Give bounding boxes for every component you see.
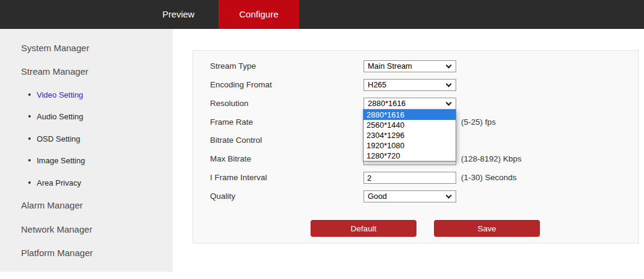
page: Preview Configure System Manager Stream … [0,0,644,279]
tab-preview[interactable]: Preview [138,0,218,29]
dropdown-option-2304x1296[interactable]: 2304*1296 [364,130,456,140]
encoding-format-select[interactable]: H265 [364,79,456,91]
sidebar-item-alarm-manager[interactable]: Alarm Manager [21,199,83,212]
sidebar-item-area-privacy[interactable]: Area Privacy [28,177,81,188]
dropdown-option-2560x1440[interactable]: 2560*1440 [364,120,456,130]
iframe-interval-label: I Frame Interval [210,172,267,184]
topbar: Preview Configure [0,0,644,29]
max-bitrate-hint: (128-8192) Kbps [461,153,522,165]
chevron-down-icon [446,63,452,69]
dropdown-option-1920x1080[interactable]: 1920*1080 [364,140,456,151]
encoding-format-label: Encoding Fromat [210,79,272,91]
quality-label: Quality [210,190,235,202]
frame-rate-label: Frame Rate [210,116,253,128]
frame-rate-hint: (5-25) fps [461,116,496,128]
quality-select[interactable]: Good [364,190,456,202]
sidebar-item-video-setting[interactable]: Video Setting [28,89,83,100]
sidebar-item-system-manager[interactable]: System Manager [21,42,89,54]
chevron-down-icon [446,100,452,106]
sidebar-item-label: OSD Setting [37,134,80,143]
bullet-icon [28,93,31,96]
sidebar-item-stream-manager[interactable]: Stream Manager [21,66,88,78]
form-row-stream-type: Stream Type Main Stream [193,60,638,72]
form-row-encoding-format: Encoding Fromat H265 [193,79,638,91]
sidebar-item-osd-setting[interactable]: OSD Setting [28,133,80,144]
bullet-icon [28,159,31,161]
dropdown-option-1280x720[interactable]: 1280*720 [364,151,456,161]
stream-type-label: Stream Type [210,60,256,72]
form-row-resolution: Resolution 2880*1616 [193,98,638,110]
tab-configure[interactable]: Configure [218,0,299,29]
iframe-interval-input[interactable] [364,172,456,184]
resolution-select[interactable]: 2880*1616 [364,98,456,110]
sidebar-item-platform-manager[interactable]: Platform Manager [21,247,93,259]
sidebar-item-label: Image Setting [37,156,85,165]
chevron-down-icon [446,193,452,199]
select-value: Good [368,191,387,202]
select-value: Main Stream [368,61,412,72]
sidebar-item-label: Audio Setting [37,112,83,121]
bitrate-control-label: Bitrate Control [210,134,262,146]
max-bitrate-label: Max Bitrate [210,153,251,165]
resolution-dropdown-list: 2880*1616 2560*1440 2304*1296 1920*1080 … [363,109,456,161]
select-value: H265 [368,80,386,90]
resolution-label: Resolution [210,98,249,110]
save-button[interactable]: Save [434,220,540,237]
sidebar-item-audio-setting[interactable]: Audio Setting [28,111,83,122]
sidebar-item-label: Area Privacy [37,178,81,187]
bullet-icon [28,181,31,184]
sidebar-item-label: Video Setting [37,90,83,99]
stream-type-select[interactable]: Main Stream [364,60,456,72]
sidebar-item-network-manager[interactable]: Network Manager [21,224,92,236]
dropdown-option-2880x1616[interactable]: 2880*1616 [364,110,456,120]
sidebar: System Manager Stream Manager Video Sett… [0,29,173,272]
chevron-down-icon [446,81,452,87]
form-row-quality: Quality Good [193,190,638,202]
default-button[interactable]: Default [311,220,416,237]
bullet-icon [28,137,31,140]
iframe-interval-hint: (1-30) Seconds [461,172,516,184]
form-row-iframe-interval: I Frame Interval (1-30) Seconds [193,172,638,184]
bullet-icon [28,115,31,118]
sidebar-item-image-setting[interactable]: Image Setting [28,155,85,166]
select-value: 2880*1616 [368,98,406,109]
